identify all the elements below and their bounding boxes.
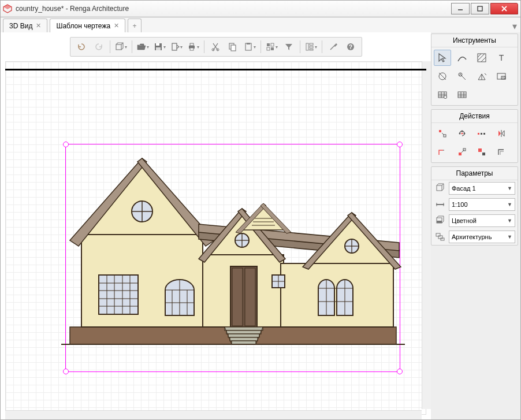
action-mirror[interactable] [493,125,510,142]
paste-button[interactable]: ▾ [243,39,257,54]
svg-rect-21 [271,47,274,50]
action-extend[interactable] [453,144,471,160]
work-area: ▾ ▾ ▾ ▾ ▾ ▾ ▾ ▾ ? [0,32,521,420]
open-button[interactable]: ▾ [136,39,150,54]
svg-rect-117 [481,133,482,135]
tool-line[interactable] [453,50,471,66]
maximize-button[interactable] [471,3,489,14]
svg-rect-122 [478,148,482,152]
close-icon[interactable]: ✕ [36,22,41,29]
scale-icon [434,198,446,211]
scrollbar-horizontal[interactable] [5,410,422,419]
svg-rect-105 [458,92,466,98]
dropdown-value: 1:100 [452,201,468,208]
svg-rect-110 [439,130,441,132]
svg-rect-116 [478,133,479,135]
tool-section[interactable] [473,68,490,84]
scrollbar-vertical[interactable] [422,61,431,409]
svg-rect-74 [245,268,255,326]
chevron-down-icon: ▼ [507,202,512,207]
tool-axis[interactable]: A [453,68,471,84]
export-button[interactable]: ▾ [169,39,184,54]
scale-dropdown[interactable]: 1:100▼ [449,198,515,211]
chevron-down-icon: ▼ [507,218,512,224]
svg-point-115 [462,131,463,132]
svg-rect-11 [190,48,193,50]
svg-marker-1 [3,5,12,9]
minimize-button[interactable] [451,3,470,14]
svg-rect-124 [437,185,442,191]
close-button[interactable] [490,3,518,14]
param-view: Фасад 1▼ [431,180,518,196]
print-button[interactable]: ▾ [186,39,200,54]
action-move[interactable] [434,125,451,142]
style-dropdown[interactable]: Цветной▼ [449,214,515,227]
action-rotate[interactable] [453,125,471,142]
panel-body: T A A1 [431,47,518,105]
select-mode-button[interactable]: ▾ [265,39,279,54]
manage-button[interactable]: ▾ [304,39,318,54]
house-drawing[interactable] [61,154,405,350]
svg-rect-123 [482,153,485,155]
svg-rect-7 [156,47,161,50]
panel-parameters: Параметры Фасад 1▼ 1:100▼ Цветной▼ Архит… [431,166,518,246]
box-button[interactable]: ▾ [114,39,128,54]
tab-3d-view[interactable]: 3D Вид ✕ [3,18,47,32]
titlebar: country_house* - Renga Architecture [0,0,521,17]
svg-rect-3 [478,6,482,11]
handle-br[interactable] [397,369,403,374]
svg-text:A1: A1 [502,76,505,79]
tool-select[interactable] [434,50,451,66]
action-copy-linear[interactable] [473,125,490,142]
svg-point-114 [464,133,466,135]
close-icon[interactable]: ✕ [114,22,119,29]
tool-hatch[interactable] [473,50,490,66]
dropdown-value: Фасад 1 [452,185,476,192]
tab-drawing-template[interactable]: Шаблон чертежа ✕ [50,18,125,32]
copy-button[interactable] [225,39,240,54]
panel-actions: Действия [431,109,518,163]
undo-button[interactable] [74,39,89,54]
tabs-overflow-button[interactable]: ▾ [512,21,517,32]
svg-rect-73 [232,268,243,326]
action-trim[interactable] [434,144,451,160]
settings-button[interactable] [326,39,341,54]
panel-title: Действия [431,110,518,123]
window-buttons [451,3,518,14]
tool-dimension[interactable] [434,68,451,84]
separator [132,40,132,53]
main-toolbar: ▾ ▾ ▾ ▾ ▾ ▾ ▾ ▾ ? [70,37,362,57]
handle-bl[interactable] [63,369,69,374]
svg-rect-77 [228,334,259,337]
tool-schedule[interactable] [453,87,471,103]
save-button[interactable]: ▾ [152,39,167,54]
tool-text[interactable]: T [493,50,510,66]
svg-text:?: ? [348,44,352,50]
action-align[interactable] [473,144,490,160]
new-tab-button[interactable]: + [128,18,142,32]
tool-table[interactable] [434,87,451,103]
svg-rect-78 [230,337,258,341]
redo-button[interactable] [91,39,106,54]
style-icon [434,214,446,227]
cut-button[interactable] [208,39,223,54]
svg-rect-24 [310,46,313,48]
view-icon [434,182,446,195]
page-border-top [5,69,426,70]
filter-button[interactable] [281,39,296,54]
svg-rect-4 [116,44,121,50]
svg-rect-19 [271,43,274,46]
tab-label: Шаблон чертежа [56,22,110,30]
action-offset[interactable] [493,144,510,160]
view-dropdown[interactable]: Фасад 1▼ [449,182,515,195]
svg-rect-25 [310,49,313,50]
handle-tr[interactable] [397,142,403,147]
handle-tl[interactable] [63,142,69,147]
help-button[interactable]: ? [343,39,358,54]
preset-dropdown[interactable]: Архитектурнь▼ [449,231,515,243]
svg-rect-10 [190,43,193,46]
separator [300,40,300,53]
svg-rect-22 [306,43,308,50]
window-title: country_house* - Renga Architecture [16,5,451,13]
tool-title-block[interactable]: A1 [493,68,510,84]
